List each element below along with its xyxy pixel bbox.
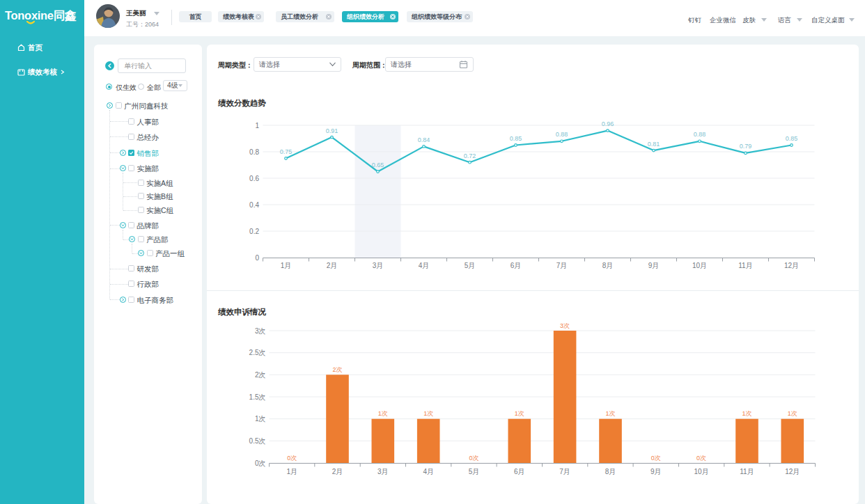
svg-text:9月: 9月 xyxy=(650,468,662,475)
svg-text:10月: 10月 xyxy=(692,262,707,269)
svg-text:0.4: 0.4 xyxy=(249,201,259,209)
svg-text:0.88: 0.88 xyxy=(694,131,706,138)
svg-text:0.88: 0.88 xyxy=(556,131,568,138)
svg-text:7月: 7月 xyxy=(556,262,568,269)
svg-text:0次: 0次 xyxy=(255,459,266,467)
svg-text:1月: 1月 xyxy=(281,262,292,269)
svg-text:11月: 11月 xyxy=(738,262,752,269)
svg-text:9月: 9月 xyxy=(648,262,660,269)
svg-text:0次: 0次 xyxy=(469,455,478,462)
svg-text:2.5次: 2.5次 xyxy=(249,349,266,356)
svg-text:1次: 1次 xyxy=(423,410,433,417)
svg-text:12月: 12月 xyxy=(785,468,800,475)
svg-text:0.79: 0.79 xyxy=(740,143,752,150)
svg-text:0.84: 0.84 xyxy=(418,136,430,143)
svg-text:0次: 0次 xyxy=(287,455,297,462)
svg-text:4月: 4月 xyxy=(419,262,430,269)
svg-text:1月: 1月 xyxy=(286,468,297,475)
svg-text:0.6: 0.6 xyxy=(249,175,259,182)
svg-text:8月: 8月 xyxy=(602,262,614,269)
svg-text:11月: 11月 xyxy=(740,468,754,475)
svg-text:1.5次: 1.5次 xyxy=(249,393,266,401)
svg-text:6月: 6月 xyxy=(514,468,525,475)
svg-text:10月: 10月 xyxy=(694,468,709,475)
svg-text:2次: 2次 xyxy=(332,366,342,373)
svg-text:1次: 1次 xyxy=(742,410,751,417)
svg-text:0.85: 0.85 xyxy=(786,135,798,142)
svg-text:0: 0 xyxy=(255,254,259,262)
svg-text:3月: 3月 xyxy=(373,262,384,269)
svg-text:12月: 12月 xyxy=(784,262,799,269)
svg-text:0.2: 0.2 xyxy=(249,228,259,235)
svg-text:0.91: 0.91 xyxy=(326,127,338,134)
svg-text:3次: 3次 xyxy=(560,322,570,329)
svg-text:0.96: 0.96 xyxy=(602,120,614,127)
svg-text:5月: 5月 xyxy=(469,468,480,475)
svg-text:0.81: 0.81 xyxy=(648,141,660,148)
svg-text:2月: 2月 xyxy=(327,262,338,269)
svg-text:4月: 4月 xyxy=(423,468,434,475)
svg-text:3月: 3月 xyxy=(377,468,389,475)
svg-text:0.72: 0.72 xyxy=(464,152,476,159)
svg-text:2次: 2次 xyxy=(255,371,266,379)
svg-text:6月: 6月 xyxy=(511,262,522,269)
svg-text:1次: 1次 xyxy=(255,415,266,423)
svg-text:8月: 8月 xyxy=(605,468,616,475)
svg-text:3次: 3次 xyxy=(255,327,266,335)
svg-text:7月: 7月 xyxy=(559,468,570,475)
svg-text:1次: 1次 xyxy=(605,410,615,417)
svg-text:1次: 1次 xyxy=(788,410,797,417)
svg-text:1次: 1次 xyxy=(515,410,524,417)
svg-text:0次: 0次 xyxy=(651,455,661,462)
svg-text:5月: 5月 xyxy=(465,262,476,269)
svg-text:0.8: 0.8 xyxy=(249,148,259,156)
svg-text:0.5次: 0.5次 xyxy=(249,437,266,445)
svg-text:0.65: 0.65 xyxy=(372,162,384,168)
svg-text:0次: 0次 xyxy=(696,455,706,462)
svg-text:0.85: 0.85 xyxy=(510,135,522,142)
svg-text:1次: 1次 xyxy=(378,410,388,417)
svg-text:2月: 2月 xyxy=(332,468,343,475)
svg-text:0.75: 0.75 xyxy=(280,148,293,155)
svg-text:1: 1 xyxy=(255,122,259,129)
